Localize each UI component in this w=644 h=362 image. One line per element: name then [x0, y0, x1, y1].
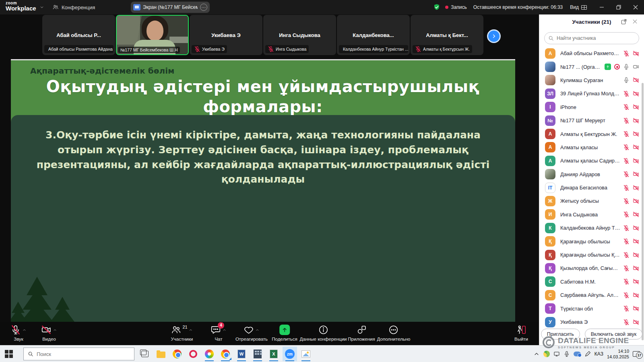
mic-muted-icon[interactable] [623, 278, 630, 285]
chevron-down-icon[interactable] [39, 5, 44, 10]
browser-button[interactable] [202, 347, 217, 361]
mic-muted-icon[interactable] [623, 117, 630, 124]
chevron-up-icon[interactable] [255, 328, 260, 332]
calculator-button[interactable] [250, 347, 265, 361]
participant-row[interactable]: А Алматы қаласы Садирмекова ... [539, 154, 644, 167]
camera-muted-icon[interactable] [633, 238, 639, 245]
popout-icon[interactable] [621, 19, 627, 25]
next-page-button[interactable] [487, 29, 501, 43]
taskbar-search[interactable] [23, 348, 134, 360]
camera-muted-icon[interactable] [633, 77, 639, 83]
mic-on-icon[interactable] [623, 77, 630, 83]
start-button[interactable] [5, 350, 13, 358]
mic-muted-icon[interactable] [623, 171, 630, 177]
cloud-sync-icon[interactable] [574, 352, 581, 356]
camera-muted-icon[interactable] [633, 292, 639, 298]
camera-muted-icon[interactable] [633, 319, 639, 325]
mic-muted-icon[interactable] [623, 198, 630, 204]
antivirus-icon[interactable] [543, 351, 550, 357]
participant-row[interactable]: С Саурбаева Айгуль. Алматы қ, ... [539, 288, 644, 302]
participant-row[interactable]: ЗЛ 39 Лицей Гулназ Молдаханова [539, 87, 644, 100]
camera-muted-icon[interactable] [633, 305, 639, 312]
invite-button[interactable]: Пригласить [541, 329, 580, 339]
participant-row[interactable]: Т Түркістан обл [539, 302, 644, 315]
video-tile[interactable]: Инга Сыдыкова Инга Сыдыкова [263, 15, 336, 55]
task-view-button[interactable] [138, 347, 152, 361]
restore-button[interactable] [610, 0, 627, 14]
chat-button[interactable]: 4 Чат [211, 324, 227, 341]
zoom-app-button[interactable]: zm [283, 347, 297, 361]
video-tile[interactable]: Укибаева Э Укибаева Э [190, 15, 262, 55]
security-shield-icon[interactable] [433, 4, 440, 11]
tab-options-icon[interactable]: ⋯ [200, 4, 207, 11]
chrome-profile-button[interactable] [218, 347, 233, 361]
mic-muted-icon[interactable] [623, 252, 630, 258]
file-explorer-button[interactable] [154, 347, 168, 361]
opera-button[interactable] [186, 347, 200, 361]
mic-muted-icon[interactable] [623, 265, 630, 272]
mic-muted-icon[interactable] [623, 319, 630, 325]
camera-muted-icon[interactable] [633, 278, 639, 285]
display-icon[interactable] [553, 351, 560, 357]
video-button[interactable]: Видео [41, 324, 57, 341]
mic-muted-icon[interactable] [623, 131, 630, 137]
camera-muted-icon[interactable] [633, 252, 639, 258]
participant-row[interactable]: С Сабитова Н.М. [539, 275, 644, 288]
close-icon[interactable] [632, 19, 638, 25]
tab-screen-share[interactable]: Экран (№177 МГ Бейсембеков... ⋯ [131, 2, 210, 13]
audio-button[interactable]: Звук [10, 324, 27, 341]
chrome-button[interactable] [170, 347, 184, 361]
word-button[interactable]: W [234, 347, 249, 361]
video-tile[interactable]: Абай облысы Р... Абай облысы Рахметова А… [42, 15, 115, 55]
camera-muted-icon[interactable] [633, 158, 639, 164]
more-button[interactable]: Дополнительно [377, 324, 411, 341]
participant-row[interactable]: Қ Қарағанды обылысы Қанатқы... [539, 248, 644, 261]
participant-row[interactable]: А Алматы қаласы [539, 141, 644, 154]
camera-muted-icon[interactable] [633, 50, 639, 57]
camera-muted-icon[interactable] [633, 90, 639, 97]
snip-button[interactable] [299, 347, 313, 361]
minimize-button[interactable] [593, 0, 610, 14]
leave-button[interactable]: Выйти [514, 324, 528, 341]
camera-on-icon[interactable] [633, 64, 639, 70]
react-button[interactable]: Отреагировать [235, 324, 268, 341]
participant-row[interactable]: Қ Қарағанды обылысы [539, 234, 644, 248]
participant-row[interactable]: А Абай облысы Рахметова А... (Я) [539, 47, 644, 60]
camera-muted-icon[interactable] [633, 131, 639, 137]
participant-row[interactable]: Қ Қызылорда обл, Сағынаева Ж [539, 261, 644, 275]
participant-row[interactable]: Данияр Айдаров [539, 168, 644, 181]
recording-indicator[interactable]: Запись [445, 4, 466, 10]
participant-row[interactable]: А Алматы қ Бектұрсын Ж. [539, 127, 644, 140]
chevron-up-icon[interactable] [189, 328, 193, 332]
view-button[interactable]: Вид [570, 4, 587, 10]
camera-muted-icon[interactable] [633, 104, 639, 110]
video-tile[interactable]: Калданбекова... Калданбекова Айнур Түркі… [337, 15, 410, 55]
participant-row[interactable]: № №177 ШГ Меруерт [539, 114, 644, 127]
apps-button[interactable]: Приложения [348, 324, 375, 341]
camera-muted-icon[interactable] [633, 265, 639, 272]
camera-muted-icon[interactable] [633, 225, 639, 231]
action-center-icon[interactable]: 17 [633, 351, 640, 357]
unmute-button[interactable]: Включить свой звук [585, 329, 643, 339]
camera-muted-icon[interactable] [633, 117, 639, 124]
excel-button[interactable]: X [266, 347, 281, 361]
camera-muted-icon[interactable] [633, 144, 639, 150]
language-indicator[interactable]: КАЗ [594, 351, 603, 357]
share-button[interactable]: Поделиться [272, 324, 297, 341]
search-input[interactable] [544, 32, 639, 44]
participant-row[interactable]: I iPhone [539, 101, 644, 114]
mic-muted-icon[interactable] [623, 292, 630, 298]
chevron-up-icon[interactable] [222, 328, 227, 332]
mic-on-icon[interactable] [623, 64, 630, 70]
chevron-up-icon[interactable] [22, 328, 27, 332]
participant-row[interactable]: №177 ... (Организатор) [539, 60, 644, 73]
participant-row[interactable]: У Укибаева Э [539, 315, 644, 329]
camera-muted-icon[interactable] [633, 198, 639, 204]
tab-conference[interactable]: Конференция [52, 0, 95, 14]
tray-expand-icon[interactable] [533, 351, 540, 357]
pen-icon[interactable] [584, 351, 591, 357]
chevron-up-icon[interactable] [53, 328, 57, 332]
mic-muted-icon[interactable] [623, 104, 630, 110]
participant-row[interactable]: К Калданбекова Айнур Түркіста... [539, 221, 644, 234]
video-tile[interactable]: №177 МГ Бейсембекова Ш.Н [116, 15, 189, 55]
